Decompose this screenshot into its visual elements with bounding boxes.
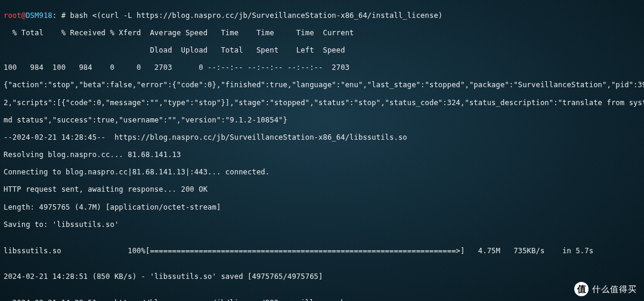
prompt-user: root <box>4 11 21 20</box>
watermark-text: 什么值得买 <box>592 285 637 294</box>
output-line: 2,"scripts":[{"code":0,"message":"","typ… <box>4 99 640 108</box>
output-line: Saving to: 'libssutils.so' <box>4 220 640 229</box>
prompt-hash: # <box>57 11 70 20</box>
output-line: md status","success":true,"username":"",… <box>4 116 640 125</box>
progress-line: libssutils.so 100%[=====================… <box>4 247 640 256</box>
watermark: 值 什么值得买 <box>574 282 637 296</box>
prompt-host: DSM918 <box>26 11 52 20</box>
output-line: {"action":"stop","beta":false,"error":{"… <box>4 81 640 90</box>
output-line: % Total % Received % Xferd Average Speed… <box>4 29 640 38</box>
watermark-icon: 值 <box>574 282 589 296</box>
output-line: 100 984 100 984 0 0 2703 0 --:--:-- --:-… <box>4 63 640 72</box>
output-line: 2024-02-21 14:28:51 (850 KB/s) - 'libssu… <box>4 272 640 281</box>
output-line: Length: 4975765 (4.7M) [application/octe… <box>4 203 640 212</box>
output-line: HTTP request sent, awaiting response... … <box>4 185 640 194</box>
output-line: Connecting to blog.naspro.cc|81.68.141.1… <box>4 168 640 177</box>
output-line: --2024-02-21 14:28:45-- https://blog.nas… <box>4 133 640 142</box>
terminal-window[interactable]: root@DSM918: # bash <(curl -L https://bl… <box>0 0 644 301</box>
prompt-line: root@DSM918: # bash <(curl -L https://bl… <box>4 11 640 20</box>
output-line: --2024-02-21 14:28:51-- https://blog.nas… <box>4 299 640 301</box>
output-line: Resolving blog.naspro.cc... 81.68.141.13 <box>4 150 640 159</box>
output-line: Dload Upload Total Spent Left Speed <box>4 46 640 55</box>
command-text: bash <(curl -L https://blog.naspro.cc/jb… <box>70 11 443 20</box>
